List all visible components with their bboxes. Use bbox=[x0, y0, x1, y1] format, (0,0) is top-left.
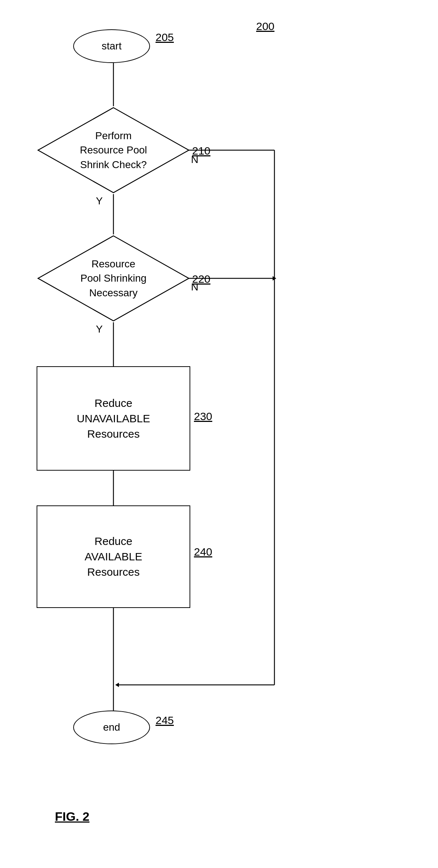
svg-marker-10 bbox=[115, 683, 119, 687]
start-node: start bbox=[73, 29, 150, 63]
svg-marker-6 bbox=[273, 276, 276, 281]
process2-node: Reduce AVAILABLE Resources bbox=[37, 505, 190, 608]
process1-label: Reduce UNAVAILABLE Resources bbox=[77, 396, 150, 442]
diagram-title-ref: 200 bbox=[256, 20, 274, 33]
end-label: end bbox=[103, 721, 120, 734]
start-label: start bbox=[102, 40, 121, 53]
decision2-node: ResourcePool ShrinkingNecessary bbox=[37, 234, 190, 322]
start-ref-label: 205 bbox=[156, 31, 174, 44]
process2-label: Reduce AVAILABLE Resources bbox=[85, 534, 142, 580]
decision1-label: PerformResource PoolShrink Check? bbox=[80, 129, 147, 172]
decision2-label: ResourcePool ShrinkingNecessary bbox=[81, 257, 147, 300]
end-ref-label: 245 bbox=[156, 714, 174, 727]
figure-label: FIG. 2 bbox=[55, 809, 89, 824]
flowchart-diagram: start 205 200 PerformResource PoolShrink… bbox=[0, 0, 438, 868]
decision2-n-label: N bbox=[191, 281, 198, 293]
process1-ref: 230 bbox=[194, 410, 212, 423]
decision2-y-label: Y bbox=[96, 323, 103, 335]
decision1-node: PerformResource PoolShrink Check? bbox=[37, 106, 190, 194]
decision1-n-label: N bbox=[191, 154, 198, 166]
decision1-y-label: Y bbox=[96, 195, 103, 207]
end-node: end bbox=[73, 711, 150, 744]
process1-node: Reduce UNAVAILABLE Resources bbox=[37, 366, 190, 471]
process2-ref: 240 bbox=[194, 546, 212, 558]
